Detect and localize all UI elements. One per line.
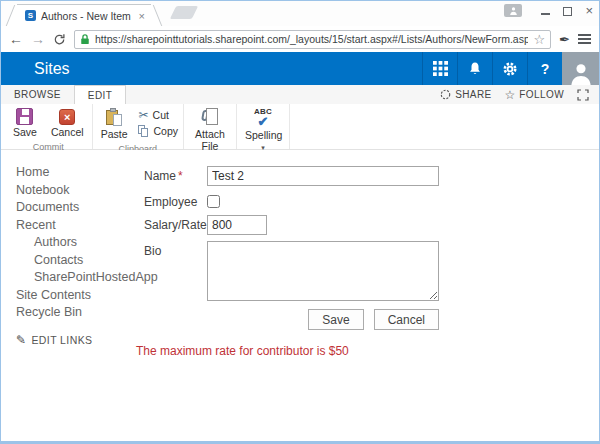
cancel-x-icon: × [59, 109, 75, 125]
browser-tab[interactable]: S Authors - New Item × [17, 4, 151, 26]
person-icon [569, 61, 593, 85]
required-asterisk: * [178, 169, 183, 183]
focus-mode-icon[interactable] [577, 89, 589, 101]
sidebar-item-site-contents[interactable]: Site Contents [16, 289, 134, 302]
attach-file-icon [202, 108, 218, 127]
follow-button[interactable]: ☆ FOLLOW [505, 88, 564, 102]
spelling-button[interactable]: ABC ✔ Spelling ▾ [242, 107, 284, 152]
window-controls: × [504, 4, 593, 17]
ribbon-group-commit: Save × Cancel Commit [5, 104, 93, 149]
spell-check-icon: ABC ✔ [254, 108, 272, 128]
person-icon [509, 6, 518, 15]
refresh-icon[interactable] [53, 33, 66, 46]
browser-window: S Authors - New Item × × ← → https://sha… [0, 0, 600, 444]
browser-tab-bar: S Authors - New Item × × [1, 1, 599, 26]
new-tab-button[interactable] [170, 6, 198, 19]
https-padlock-icon [80, 33, 90, 45]
ribbon-group-actions: Attach File Actions [184, 104, 237, 149]
form-row-employee: Employee [144, 192, 444, 209]
employee-checkbox[interactable] [207, 195, 220, 208]
settings-gear-icon[interactable] [492, 52, 527, 85]
save-floppy-icon [16, 108, 33, 125]
sidebar-item-sharepointhostedapp[interactable]: SharePointHostedApp [34, 271, 134, 284]
form-row-name: Name* [144, 166, 444, 186]
maximize-button[interactable] [563, 7, 572, 16]
paste-clipboard-icon [106, 108, 123, 127]
sidebar-item-recycle-bin[interactable]: Recycle Bin [16, 306, 134, 319]
page-content: Home Notebook Documents Recent Authors C… [1, 150, 599, 400]
employee-field-label: Employee [144, 192, 207, 209]
user-avatar[interactable] [562, 52, 599, 85]
sidebar-nav: Home Notebook Documents Recent Authors C… [16, 166, 134, 347]
notifications-bell-icon[interactable] [457, 52, 492, 85]
ribbon-group-spelling: ABC ✔ Spelling ▾ Spelling [237, 104, 290, 149]
tab-edit[interactable]: EDIT [74, 85, 126, 104]
form-row-salary: Salary/Rate* [144, 215, 444, 235]
bookmark-star-icon[interactable]: ☆ [533, 32, 545, 47]
validation-error-message: The maximum rate for contributor is $50 [136, 344, 444, 358]
ribbon-group-clipboard: Paste ✂ Cut Copy Clipboard [93, 104, 184, 149]
help-icon[interactable]: ? [527, 52, 562, 85]
salary-field-label: Salary/Rate [144, 218, 207, 232]
sidebar-item-recent[interactable]: Recent [16, 219, 134, 232]
browser-profile-icon[interactable] [504, 4, 522, 17]
sharepoint-favicon-icon: S [25, 10, 36, 21]
extension-icon[interactable]: ✒ [559, 32, 570, 47]
scissors-icon: ✂ [138, 109, 148, 121]
form-cancel-button[interactable]: Cancel [374, 309, 439, 330]
bio-field-label: Bio [144, 241, 207, 301]
suite-bar: Sites ? [1, 52, 599, 85]
browser-toolbar: ← → https://sharepointtutorials.sharepoi… [1, 26, 599, 52]
copy-button[interactable]: Copy [138, 125, 178, 137]
name-field-label: Name [144, 169, 176, 183]
browser-menu-icon[interactable] [578, 34, 591, 44]
follow-star-icon: ☆ [505, 88, 516, 102]
paste-button[interactable]: Paste [98, 107, 131, 142]
pencil-icon: ✎ [16, 333, 26, 347]
sidebar-item-notebook[interactable]: Notebook [16, 184, 134, 197]
tab-browse[interactable]: BROWSE [1, 85, 74, 104]
sidebar-item-documents[interactable]: Documents [16, 201, 134, 214]
app-launcher-icon[interactable] [422, 52, 457, 85]
form-save-button[interactable]: Save [308, 309, 363, 330]
attach-file-button[interactable]: Attach File [189, 107, 231, 153]
site-title[interactable]: Sites [34, 60, 70, 78]
salary-input[interactable] [207, 215, 267, 235]
minimize-button[interactable] [541, 13, 550, 15]
back-icon[interactable]: ← [9, 32, 23, 46]
name-input[interactable] [207, 166, 439, 186]
edit-links-button[interactable]: ✎ EDIT LINKS [16, 333, 134, 347]
close-button[interactable]: × [585, 4, 593, 17]
share-pending-icon [440, 89, 451, 100]
cancel-ribbon-button[interactable]: × Cancel [48, 107, 87, 140]
share-button[interactable]: SHARE [440, 89, 491, 100]
sidebar-item-contacts[interactable]: Contacts [34, 254, 134, 267]
form-row-bio: Bio [144, 241, 444, 301]
tab-close-icon[interactable]: × [139, 10, 145, 22]
sidebar-item-authors[interactable]: Authors [34, 236, 134, 249]
sidebar-item-home[interactable]: Home [16, 166, 134, 179]
copy-pages-icon [138, 125, 149, 137]
forward-icon[interactable]: → [31, 32, 45, 46]
ribbon-tab-row: BROWSE EDIT SHARE ☆ FOLLOW [1, 85, 599, 104]
save-ribbon-button[interactable]: Save [10, 107, 40, 140]
address-bar[interactable]: https://sharepointtutorials.sharepoint.c… [74, 30, 551, 49]
tab-title: Authors - New Item [41, 10, 135, 22]
cut-button[interactable]: ✂ Cut [138, 109, 178, 121]
bio-textarea[interactable] [207, 241, 439, 301]
url-text[interactable]: https://sharepointtutorials.sharepoint.c… [95, 33, 528, 45]
new-item-form: Name* Employee Salary/Rate* Bio Save Can… [144, 166, 444, 358]
ribbon-toolbar: Save × Cancel Commit Paste ✂ Cut [1, 104, 599, 150]
